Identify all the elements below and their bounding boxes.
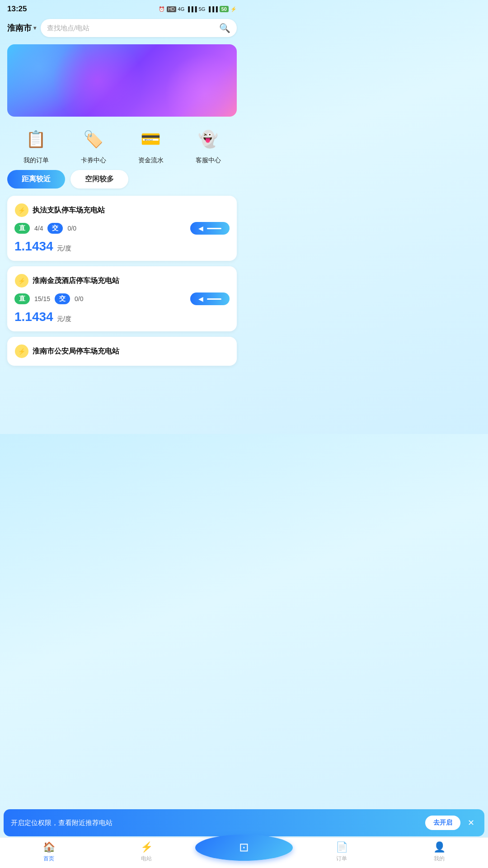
- station-2-navigate-button[interactable]: ◀: [190, 292, 230, 305]
- search-icon[interactable]: 🔍: [219, 23, 230, 33]
- filter-tabs: 距离较近 空闲较多: [0, 170, 244, 196]
- quick-actions: 📋 我的订单 🏷️ 卡券中心 💳 资金流水 👻 客服中心: [0, 122, 244, 170]
- station-2-direct-badge: 直: [14, 293, 30, 304]
- service-icon: 👻: [195, 126, 222, 153]
- funds-label: 资金流水: [138, 156, 164, 165]
- header: 淮南市 ▾ 查找地点/电站 🔍: [0, 16, 244, 42]
- hd-icon: HD: [167, 6, 176, 12]
- station-3-logo: ⚡: [14, 344, 29, 359]
- station-1-name: 执法支队停车场充电站: [33, 206, 230, 215]
- station-2-stats: 直 15/15 交 0/0 ◀: [14, 292, 230, 305]
- svg-text:⚡: ⚡: [18, 348, 26, 355]
- navigate-line-2: [207, 298, 221, 300]
- station-1-stats: 直 4/4 交 0/0 ◀: [14, 222, 230, 235]
- signal-4g: 4G: [178, 6, 185, 12]
- navigate-line: [207, 228, 221, 229]
- service-label: 客服中心: [196, 156, 221, 165]
- station-2-header: ⚡ 淮南金茂酒店停车场充电站: [14, 274, 230, 288]
- banner: [7, 44, 237, 117]
- banner-blob-2: [52, 44, 143, 117]
- station-1-price-unit: 元/度: [57, 245, 71, 252]
- status-time: 13:25: [7, 5, 27, 14]
- banner-blob-3: [164, 53, 237, 117]
- station-card-1[interactable]: ⚡ 执法支队停车场充电站 直 4/4 交 0/0 ◀ 1.1434 元/度: [7, 196, 237, 261]
- station-2-ac-count: 0/0: [75, 295, 83, 302]
- funds-icon: 💳: [137, 126, 164, 153]
- station-list: ⚡ 执法支队停车场充电站 直 4/4 交 0/0 ◀ 1.1434 元/度: [0, 196, 244, 420]
- signal-bars-5g: ▐▐▐: [207, 6, 217, 12]
- svg-text:⚡: ⚡: [18, 207, 26, 214]
- station-1-ac-badge: 交: [47, 223, 63, 234]
- station-1-header: ⚡ 执法支队停车场充电站: [14, 203, 230, 217]
- station-2-price: 1.1434 元/度: [14, 310, 230, 324]
- search-placeholder: 查找地点/电站: [47, 24, 216, 33]
- status-icons: ⏰ HD 4G ▐▐▐ 5G ▐▐▐ 50 ⚡: [159, 6, 237, 12]
- quick-action-service[interactable]: 👻 客服中心: [179, 126, 237, 165]
- station-1-logo: ⚡: [14, 203, 29, 217]
- chevron-down-icon: ▾: [33, 25, 36, 31]
- station-1-direct-badge: 直: [14, 223, 30, 234]
- navigate-icon: ◀: [198, 225, 203, 232]
- my-orders-label: 我的订单: [23, 156, 49, 165]
- navigate-icon-2: ◀: [198, 295, 203, 302]
- quick-action-funds[interactable]: 💳 资金流水: [122, 126, 179, 165]
- tab-nearby[interactable]: 距离较近: [7, 170, 65, 189]
- coupon-label: 卡券中心: [81, 156, 106, 165]
- station-1-price: 1.1434 元/度: [14, 239, 230, 254]
- station-3-name: 淮南市公安局停车场充电站: [33, 347, 230, 356]
- quick-action-coupon[interactable]: 🏷️ 卡券中心: [65, 126, 122, 165]
- station-1-navigate-button[interactable]: ◀: [190, 222, 230, 235]
- station-2-logo: ⚡: [14, 274, 29, 288]
- lightning-icon: ⚡: [230, 6, 237, 12]
- station-1-direct-count: 4/4: [34, 225, 43, 232]
- city-name: 淮南市: [7, 23, 32, 33]
- alarm-icon: ⏰: [159, 6, 165, 12]
- station-1-price-value: 1.1434: [14, 239, 53, 253]
- station-2-name: 淮南金茂酒店停车场充电站: [33, 276, 230, 286]
- my-orders-icon: 📋: [23, 126, 50, 153]
- station-2-direct-count: 15/15: [34, 295, 50, 302]
- coupon-icon: 🏷️: [80, 126, 107, 153]
- battery-indicator: 50: [220, 6, 229, 12]
- svg-text:⚡: ⚡: [18, 277, 26, 285]
- search-bar[interactable]: 查找地点/电站 🔍: [41, 19, 237, 37]
- station-2-price-value: 1.1434: [14, 310, 53, 324]
- quick-action-my-orders[interactable]: 📋 我的订单: [7, 126, 65, 165]
- station-2-price-unit: 元/度: [57, 315, 71, 322]
- signal-5g: 5G: [199, 6, 206, 12]
- signal-bars-4g: ▐▐▐: [186, 6, 197, 12]
- station-1-ac-count: 0/0: [67, 225, 76, 232]
- station-2-ac-badge: 交: [55, 293, 70, 304]
- city-selector[interactable]: 淮南市 ▾: [7, 23, 36, 33]
- station-card-2[interactable]: ⚡ 淮南金茂酒店停车场充电站 直 15/15 交 0/0 ◀ 1.1434 元/…: [7, 266, 237, 331]
- station-card-3[interactable]: ⚡ 淮南市公安局停车场充电站: [7, 337, 237, 366]
- tab-available[interactable]: 空闲较多: [70, 170, 128, 189]
- status-bar: 13:25 ⏰ HD 4G ▐▐▐ 5G ▐▐▐ 50 ⚡: [0, 0, 244, 16]
